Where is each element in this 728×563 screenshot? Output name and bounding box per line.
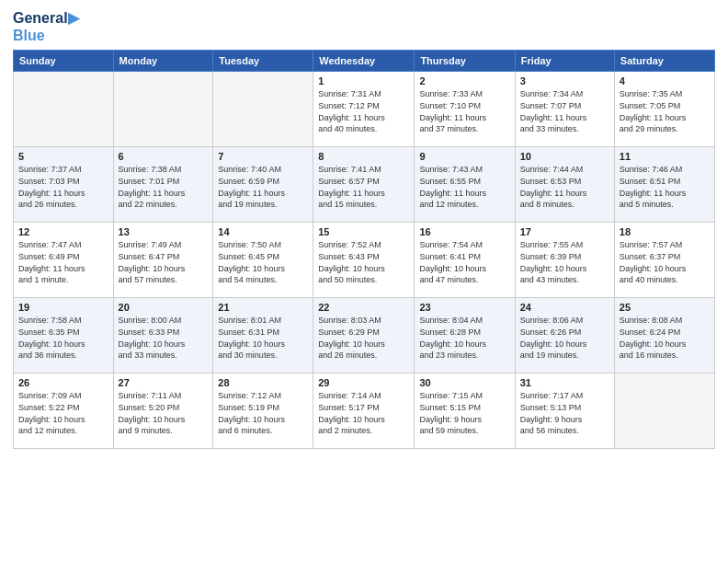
dow-header-monday: Monday: [113, 51, 213, 72]
day-number: 3: [520, 75, 609, 86]
day-number: 12: [18, 226, 108, 237]
day-number: 30: [419, 377, 509, 388]
day-number: 17: [520, 226, 609, 237]
day-info: Sunrise: 7:58 AM Sunset: 6:35 PM Dayligh…: [18, 315, 108, 361]
calendar-cell: 13Sunrise: 7:49 AM Sunset: 6:47 PM Dayli…: [113, 223, 213, 298]
dow-header-saturday: Saturday: [614, 51, 714, 72]
day-number: 9: [419, 151, 509, 162]
day-number: 24: [520, 302, 609, 313]
day-info: Sunrise: 7:55 AM Sunset: 6:39 PM Dayligh…: [520, 239, 609, 285]
day-number: 20: [119, 302, 209, 313]
calendar-cell: 12Sunrise: 7:47 AM Sunset: 6:49 PM Dayli…: [14, 223, 114, 298]
day-number: 28: [218, 377, 308, 388]
calendar-cell: 19Sunrise: 7:58 AM Sunset: 6:35 PM Dayli…: [14, 298, 114, 373]
calendar-cell: 22Sunrise: 8:03 AM Sunset: 6:29 PM Dayli…: [313, 298, 415, 373]
day-info: Sunrise: 7:35 AM Sunset: 7:05 PM Dayligh…: [620, 88, 710, 134]
header: General▶Blue: [13, 9, 715, 44]
day-info: Sunrise: 7:40 AM Sunset: 6:59 PM Dayligh…: [218, 164, 308, 210]
day-info: Sunrise: 7:50 AM Sunset: 6:45 PM Dayligh…: [218, 239, 308, 285]
calendar-cell: 4Sunrise: 7:35 AM Sunset: 7:05 PM Daylig…: [614, 72, 714, 147]
calendar-cell: 23Sunrise: 8:04 AM Sunset: 6:28 PM Dayli…: [415, 298, 515, 373]
calendar-cell: 7Sunrise: 7:40 AM Sunset: 6:59 PM Daylig…: [213, 147, 313, 223]
calendar-cell: 21Sunrise: 8:01 AM Sunset: 6:31 PM Dayli…: [213, 298, 313, 373]
day-info: Sunrise: 8:04 AM Sunset: 6:28 PM Dayligh…: [419, 315, 509, 361]
dow-header-friday: Friday: [515, 51, 614, 72]
day-info: Sunrise: 7:57 AM Sunset: 6:37 PM Dayligh…: [620, 239, 710, 285]
calendar-cell: 8Sunrise: 7:41 AM Sunset: 6:57 PM Daylig…: [313, 147, 415, 223]
day-info: Sunrise: 7:33 AM Sunset: 7:10 PM Dayligh…: [419, 88, 509, 134]
calendar-body: 1Sunrise: 7:31 AM Sunset: 7:12 PM Daylig…: [14, 72, 715, 449]
calendar-cell: 27Sunrise: 7:11 AM Sunset: 5:20 PM Dayli…: [113, 373, 213, 449]
day-number: 19: [18, 302, 108, 313]
day-info: Sunrise: 7:15 AM Sunset: 5:15 PM Dayligh…: [419, 390, 509, 436]
calendar-cell: 9Sunrise: 7:43 AM Sunset: 6:55 PM Daylig…: [415, 147, 515, 223]
day-number: 25: [620, 302, 710, 313]
calendar-cell: 11Sunrise: 7:46 AM Sunset: 6:51 PM Dayli…: [614, 147, 714, 223]
day-number: 13: [119, 226, 209, 237]
calendar-cell: 6Sunrise: 7:38 AM Sunset: 7:01 PM Daylig…: [113, 147, 213, 223]
day-number: 23: [419, 302, 509, 313]
day-number: 4: [620, 75, 710, 86]
day-number: 15: [318, 226, 409, 237]
calendar-cell: 1Sunrise: 7:31 AM Sunset: 7:12 PM Daylig…: [313, 72, 415, 147]
day-number: 14: [218, 226, 308, 237]
calendar-cell: 30Sunrise: 7:15 AM Sunset: 5:15 PM Dayli…: [415, 373, 515, 449]
calendar-cell: 17Sunrise: 7:55 AM Sunset: 6:39 PM Dayli…: [515, 223, 614, 298]
calendar-cell: 26Sunrise: 7:09 AM Sunset: 5:22 PM Dayli…: [14, 373, 114, 449]
day-info: Sunrise: 7:41 AM Sunset: 6:57 PM Dayligh…: [318, 164, 409, 210]
day-info: Sunrise: 7:31 AM Sunset: 7:12 PM Dayligh…: [318, 88, 409, 134]
week-row-3: 12Sunrise: 7:47 AM Sunset: 6:49 PM Dayli…: [14, 223, 715, 298]
calendar-cell: 25Sunrise: 8:08 AM Sunset: 6:24 PM Dayli…: [614, 298, 714, 373]
day-info: Sunrise: 7:44 AM Sunset: 6:53 PM Dayligh…: [520, 164, 609, 210]
calendar-cell: [213, 72, 313, 147]
calendar-cell: [14, 72, 114, 147]
day-info: Sunrise: 7:47 AM Sunset: 6:49 PM Dayligh…: [18, 239, 108, 285]
calendar-cell: 20Sunrise: 8:00 AM Sunset: 6:33 PM Dayli…: [113, 298, 213, 373]
day-number: 8: [318, 151, 409, 162]
day-number: 5: [18, 151, 108, 162]
calendar-cell: 10Sunrise: 7:44 AM Sunset: 6:53 PM Dayli…: [515, 147, 614, 223]
day-info: Sunrise: 7:11 AM Sunset: 5:20 PM Dayligh…: [119, 390, 209, 436]
days-of-week-row: SundayMondayTuesdayWednesdayThursdayFrid…: [14, 51, 715, 72]
day-info: Sunrise: 7:17 AM Sunset: 5:13 PM Dayligh…: [520, 390, 609, 436]
dow-header-tuesday: Tuesday: [213, 51, 313, 72]
calendar-page: General▶Blue SundayMondayTuesdayWednesda…: [0, 0, 728, 563]
week-row-1: 1Sunrise: 7:31 AM Sunset: 7:12 PM Daylig…: [14, 72, 715, 147]
calendar-table: SundayMondayTuesdayWednesdayThursdayFrid…: [13, 50, 715, 449]
week-row-5: 26Sunrise: 7:09 AM Sunset: 5:22 PM Dayli…: [14, 373, 715, 449]
calendar-cell: 29Sunrise: 7:14 AM Sunset: 5:17 PM Dayli…: [313, 373, 415, 449]
day-number: 2: [419, 75, 509, 86]
calendar-cell: 28Sunrise: 7:12 AM Sunset: 5:19 PM Dayli…: [213, 373, 313, 449]
calendar-cell: 5Sunrise: 7:37 AM Sunset: 7:03 PM Daylig…: [14, 147, 114, 223]
day-info: Sunrise: 8:00 AM Sunset: 6:33 PM Dayligh…: [119, 315, 209, 361]
day-number: 11: [620, 151, 710, 162]
day-number: 22: [318, 302, 409, 313]
day-number: 27: [119, 377, 209, 388]
day-number: 31: [520, 377, 609, 388]
day-number: 29: [318, 377, 409, 388]
dow-header-wednesday: Wednesday: [313, 51, 415, 72]
day-info: Sunrise: 7:43 AM Sunset: 6:55 PM Dayligh…: [419, 164, 509, 210]
logo: General▶Blue: [13, 9, 79, 44]
dow-header-sunday: Sunday: [14, 51, 114, 72]
day-number: 16: [419, 226, 509, 237]
calendar-cell: 14Sunrise: 7:50 AM Sunset: 6:45 PM Dayli…: [213, 223, 313, 298]
day-info: Sunrise: 7:37 AM Sunset: 7:03 PM Dayligh…: [18, 164, 108, 210]
calendar-cell: 24Sunrise: 8:06 AM Sunset: 6:26 PM Dayli…: [515, 298, 614, 373]
day-info: Sunrise: 7:12 AM Sunset: 5:19 PM Dayligh…: [218, 390, 308, 436]
calendar-cell: 18Sunrise: 7:57 AM Sunset: 6:37 PM Dayli…: [614, 223, 714, 298]
calendar-cell: 3Sunrise: 7:34 AM Sunset: 7:07 PM Daylig…: [515, 72, 614, 147]
day-number: 7: [218, 151, 308, 162]
day-info: Sunrise: 8:03 AM Sunset: 6:29 PM Dayligh…: [318, 315, 409, 361]
calendar-cell: 31Sunrise: 7:17 AM Sunset: 5:13 PM Dayli…: [515, 373, 614, 449]
day-info: Sunrise: 7:09 AM Sunset: 5:22 PM Dayligh…: [18, 390, 108, 436]
day-info: Sunrise: 7:49 AM Sunset: 6:47 PM Dayligh…: [119, 239, 209, 285]
day-info: Sunrise: 7:14 AM Sunset: 5:17 PM Dayligh…: [318, 390, 409, 436]
calendar-cell: [113, 72, 213, 147]
dow-header-thursday: Thursday: [415, 51, 515, 72]
logo-text: General▶Blue: [13, 9, 79, 44]
day-number: 26: [18, 377, 108, 388]
day-number: 10: [520, 151, 609, 162]
day-info: Sunrise: 7:34 AM Sunset: 7:07 PM Dayligh…: [520, 88, 609, 134]
week-row-2: 5Sunrise: 7:37 AM Sunset: 7:03 PM Daylig…: [14, 147, 715, 223]
